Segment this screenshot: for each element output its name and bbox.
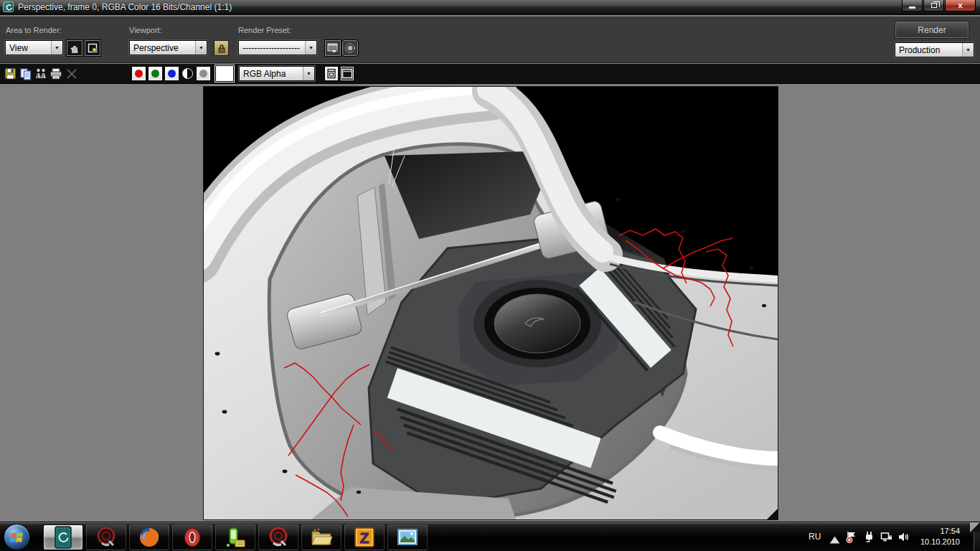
close-icon: x [958, 1, 962, 9]
close-button[interactable]: x [945, 0, 976, 11]
render-setup-button[interactable] [325, 40, 341, 56]
3ds-max-spiral [4, 3, 14, 12]
fullscreen-toggle-button[interactable] [340, 66, 354, 81]
monochrome-button[interactable] [182, 68, 193, 79]
taskbar-item-z-app[interactable]: Z [344, 524, 385, 550]
firefox-icon [138, 526, 161, 549]
taskbar-item-photo-viewer[interactable] [387, 524, 428, 550]
explorer-folder-icon [310, 526, 333, 549]
network-icon[interactable] [880, 531, 892, 543]
pan-hand-button[interactable] [67, 40, 83, 56]
lock-icon [217, 44, 226, 53]
qip-contact-icon [224, 526, 247, 549]
clock[interactable]: 17:54 10.10.2010 [920, 526, 960, 547]
action-center-flag-icon[interactable] [845, 531, 857, 543]
alpha-channel-icon [199, 70, 207, 77]
channel-display-dropdown[interactable]: RGB Alpha ▼ [239, 66, 315, 81]
delete-image-icon[interactable] [65, 67, 78, 80]
device-plug-icon[interactable] [863, 531, 875, 543]
rendered-frame-window [203, 86, 778, 520]
area-to-render-label: Area to Render: [6, 26, 62, 34]
3ds-max-logo-icon [3, 1, 14, 12]
chevron-down-icon: ▼ [51, 41, 62, 55]
chevron-down-icon: ▼ [195, 41, 207, 55]
render-button[interactable]: Render [895, 22, 969, 38]
copy-image-icon[interactable] [19, 67, 32, 80]
chevron-down-icon: ▼ [305, 41, 316, 55]
viewport-dropdown[interactable]: Perspective ▼ [129, 40, 207, 55]
minimize-button[interactable] [902, 0, 923, 11]
z-app-icon: Z [353, 526, 376, 549]
opera-icon [181, 526, 204, 549]
overlay-toggle-icon [326, 68, 336, 79]
frame-resize-grip[interactable] [767, 509, 778, 519]
taskbar-item-windows-explorer[interactable] [301, 524, 341, 550]
pan-hand-icon [70, 43, 80, 53]
render-preset-label: Render Preset: [238, 26, 291, 34]
restore-icon [931, 3, 937, 8]
render-mode-dropdown[interactable]: Production ▼ [895, 42, 974, 57]
blue-channel-button[interactable] [164, 66, 179, 81]
taskbar: Z RU [0, 522, 980, 551]
green-channel-button[interactable] [148, 66, 163, 81]
window-title: Perspective, frame 0, RGBA Color 16 Bits… [18, 2, 232, 12]
edit-region-icon [88, 43, 98, 53]
minimize-icon [909, 6, 915, 9]
taskbar-item-firefox[interactable] [129, 524, 169, 550]
chevron-down-icon: ▼ [303, 67, 314, 80]
render-setup-icon [327, 42, 339, 54]
clear-color-swatch[interactable] [215, 65, 234, 82]
red-channel-button[interactable] [131, 66, 146, 81]
svg-text:Z: Z [360, 529, 369, 546]
taskbar-item-opera[interactable] [172, 524, 212, 550]
area-to-render-dropdown[interactable]: View ▼ [5, 40, 63, 55]
titlebar[interactable]: Perspective, frame 0, RGBA Color 16 Bits… [0, 0, 980, 15]
render-image [204, 87, 778, 519]
viewport-label: Viewport: [129, 26, 162, 34]
blue-channel-icon [168, 70, 176, 77]
fullscreen-toggle-icon [341, 68, 353, 79]
render-preset-dropdown[interactable]: -------------------- ▼ [238, 40, 317, 55]
viewport-area [0, 85, 980, 522]
tray-date: 10.10.2010 [920, 537, 960, 547]
clone-window-icon[interactable] [34, 67, 47, 80]
q-messenger-icon [267, 526, 290, 549]
print-image-icon[interactable] [50, 67, 62, 80]
screen: Perspective, frame 0, RGBA Color 16 Bits… [0, 0, 980, 551]
overlay-toggle-button[interactable] [324, 66, 339, 81]
red-channel-icon [135, 70, 143, 77]
environment-icon [344, 42, 356, 54]
green-channel-icon [151, 70, 159, 77]
3ds-max-icon [52, 526, 74, 549]
photo-viewer-icon [396, 526, 419, 549]
tray-time: 17:54 [920, 526, 960, 537]
show-hidden-arrow[interactable] [829, 534, 841, 546]
save-image-icon[interactable] [4, 67, 17, 80]
taskbar-item-q-messenger[interactable] [86, 524, 126, 550]
taskbar-item-qip-contact[interactable] [215, 524, 255, 550]
environment-button[interactable] [342, 40, 358, 56]
windows-flag-icon [10, 531, 24, 544]
resize-corner [970, 522, 980, 532]
q-messenger-icon [95, 526, 118, 549]
render-toolbar: Area to Render: Viewport: Render Preset:… [0, 17, 980, 63]
taskbar-item-3ds-max[interactable] [43, 524, 83, 550]
edit-region-button[interactable] [85, 40, 100, 56]
taskbar-item-q-messenger-2[interactable] [258, 524, 298, 550]
restore-button[interactable] [923, 0, 944, 11]
display-toolbar: RGB Alpha ▼ [0, 64, 980, 84]
language-indicator[interactable]: RU [809, 532, 821, 542]
viewport-lock-button[interactable] [214, 40, 229, 56]
volume-icon[interactable] [897, 531, 910, 543]
alpha-channel-button[interactable] [196, 66, 211, 81]
chevron-down-icon: ▼ [962, 43, 974, 57]
start-button[interactable] [4, 524, 30, 550]
